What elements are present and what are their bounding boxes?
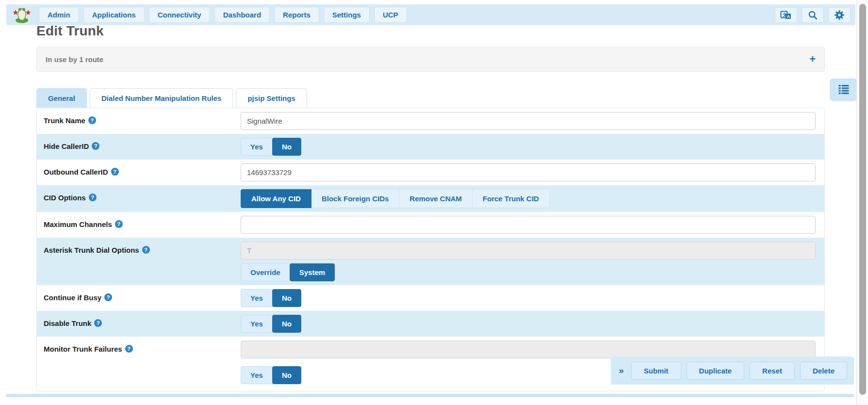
page-title: Edit Trunk [36,23,825,39]
help-icon[interactable]: ? [92,142,99,150]
general-settings-form: Trunk Name? Hide CallerID? Yes No [36,108,825,391]
hide-callerid-yes-button[interactable]: Yes [241,138,273,156]
empty-label [44,366,241,371]
nav-item-reports[interactable]: Reports [274,7,319,23]
trunk-name-input[interactable] [241,112,816,130]
label-text: Disable Trunk [44,319,91,327]
nav-item-admin[interactable]: Admin [39,7,79,23]
label-text: Hide CallerID [44,142,89,150]
continue-if-busy-row: Continue if Busy? Yes No [37,285,824,311]
help-icon[interactable]: ? [88,116,96,124]
cid-options-group: Allow Any CID Block Foreign CIDs Remove … [241,189,550,208]
language-icon: 文 A [780,10,792,20]
help-icon[interactable]: ? [104,293,112,301]
continue-if-busy-label: Continue if Busy? [44,289,241,302]
outbound-callerid-row: Outbound CallerID? [37,160,824,185]
main-content: Edit Trunk In use by 1 route + General D… [36,23,825,391]
label-text: Trunk Name [44,116,85,125]
dial-options-row: Asterisk Trunk Dial Options? Override Sy… [37,238,824,285]
tab-general[interactable]: General [36,88,87,108]
label-text: Continue if Busy [44,293,101,302]
nav-item-settings[interactable]: Settings [324,7,370,23]
nav-item-applications[interactable]: Applications [83,7,145,23]
dial-options-toggle: Override System [241,263,335,281]
monitor-trunk-failures-input [241,340,816,358]
usage-panel[interactable]: In use by 1 route + [36,47,825,72]
scrollbar-thumb[interactable] [859,4,866,395]
cid-option-remove-cnam[interactable]: Remove CNAM [399,189,473,208]
hide-callerid-label: Hide CallerID? [44,138,241,150]
continue-if-busy-yes-button[interactable]: Yes [241,289,273,307]
monitor-trunk-failures-label: Monitor Trunk Failures? [44,340,241,353]
frog-logo-icon [12,6,32,24]
label-text: Outbound CallerID [44,168,108,176]
nav-icon-group: 文 A [775,7,851,23]
action-bar: » Submit Duplicate Reset Delete [611,356,854,385]
cid-option-force-trunk-cid[interactable]: Force Trunk CID [472,189,550,208]
hide-callerid-toggle: Yes No [241,138,301,156]
hide-callerid-row: Hide CallerID? Yes No [37,134,824,160]
svg-text:A: A [787,14,790,19]
maximum-channels-label: Maximum Channels? [44,216,241,228]
label-text: Maximum Channels [44,220,112,228]
cid-option-block-foreign-cids[interactable]: Block Foreign CIDs [311,189,399,208]
nav-item-dashboard[interactable]: Dashboard [214,7,270,23]
gear-icon [834,10,845,20]
cid-options-label: CID Options? [44,189,241,202]
settings-button[interactable] [828,7,851,23]
label-text: Monitor Trunk Failures [44,345,122,353]
page: Admin Applications Connectivity Dashboar… [0,0,868,405]
duplicate-button[interactable]: Duplicate [687,362,745,380]
disable-trunk-no-button[interactable]: No [272,315,301,333]
dial-options-label: Asterisk Trunk Dial Options? [44,242,241,254]
outbound-callerid-label: Outbound CallerID? [44,163,241,176]
help-icon[interactable]: ? [111,168,119,176]
maximum-channels-row: Maximum Channels? [37,212,824,238]
footer-divider [6,394,854,397]
dial-options-input [241,242,816,259]
cid-option-allow-any-cid[interactable]: Allow Any CID [241,189,311,208]
help-icon[interactable]: ? [125,345,133,353]
disable-trunk-yes-button[interactable]: Yes [241,315,273,333]
disable-trunk-row: Disable Trunk? Yes No [37,311,824,337]
help-icon[interactable]: ? [94,319,102,327]
tab-dialed-number-manipulation-rules[interactable]: Dialed Number Manipulation Rules [90,88,233,108]
monitor-trunk-failures-toggle: Yes No [241,366,301,384]
monitor-failures-yes-button[interactable]: Yes [241,366,273,384]
label-text: Asterisk Trunk Dial Options [44,246,139,254]
outbound-callerid-input[interactable] [241,163,816,181]
help-icon[interactable]: ? [115,220,123,228]
trunk-name-row: Trunk Name? [37,108,824,134]
list-icon [837,84,850,96]
continue-if-busy-toggle: Yes No [241,289,301,307]
maximum-channels-input[interactable] [241,216,816,234]
trunk-name-label: Trunk Name? [44,112,241,125]
search-icon [808,10,818,20]
top-navbar: Admin Applications Connectivity Dashboar… [6,4,855,25]
freepbx-logo[interactable] [11,6,33,24]
delete-button[interactable]: Delete [800,362,847,380]
continue-if-busy-no-button[interactable]: No [272,289,301,307]
help-icon[interactable]: ? [142,246,150,254]
search-button[interactable] [802,7,824,23]
reset-button[interactable]: Reset [750,362,795,380]
help-icon[interactable]: ? [89,194,97,201]
cid-options-row: CID Options? Allow Any CID Block Foreign… [37,185,824,212]
language-button[interactable]: 文 A [775,7,797,23]
expand-plus-icon[interactable]: + [809,54,816,65]
usage-text: In use by 1 route [46,55,103,64]
scrollbar-track[interactable] [856,0,868,405]
dial-options-system-button[interactable]: System [290,263,335,281]
submit-button[interactable]: Submit [631,362,681,380]
sidebar-list-button[interactable] [830,79,857,100]
disable-trunk-toggle: Yes No [241,315,301,333]
dial-options-override-button[interactable]: Override [241,263,290,281]
collapse-chevron-icon[interactable]: » [619,365,624,376]
nav-item-ucp[interactable]: UCP [374,7,407,23]
label-text: CID Options [44,194,86,202]
tab-pjsip-settings[interactable]: pjsip Settings [236,88,307,108]
nav-item-connectivity[interactable]: Connectivity [149,7,210,23]
hide-callerid-no-button[interactable]: No [272,138,301,156]
monitor-failures-no-button[interactable]: No [272,366,301,384]
tab-bar: General Dialed Number Manipulation Rules… [36,88,825,108]
